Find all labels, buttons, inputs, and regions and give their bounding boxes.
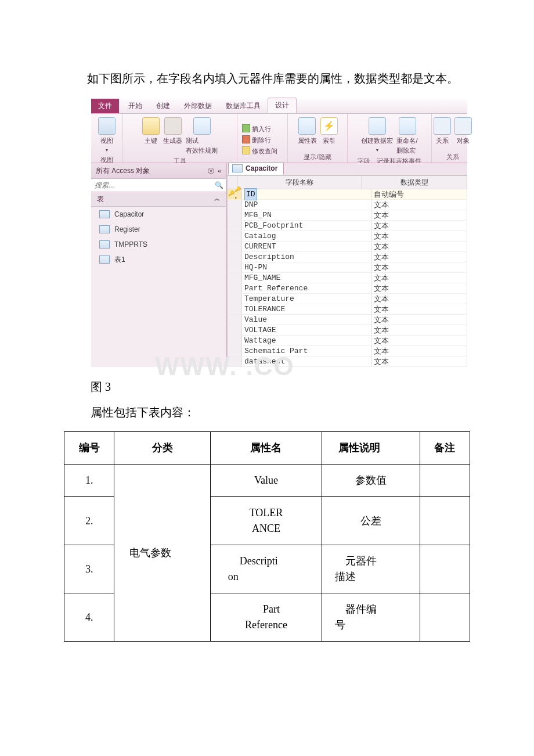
- tab-create[interactable]: 创建: [149, 99, 177, 113]
- table-icon: [99, 225, 110, 233]
- document-tab-capacitor[interactable]: Capacitor: [228, 162, 284, 175]
- delete-rows-button[interactable]: 删除行: [242, 135, 271, 145]
- tab-home[interactable]: 开始: [121, 99, 149, 113]
- tab-file[interactable]: 文件: [91, 99, 119, 113]
- table-icon: [99, 210, 110, 218]
- property-sheet-button[interactable]: 属性表: [298, 117, 317, 146]
- field-row[interactable]: PCB_Footprint文本: [227, 221, 467, 231]
- field-row[interactable]: MFG_NAME文本: [227, 273, 467, 283]
- chevron-up-icon[interactable]: ︽: [214, 194, 220, 204]
- object-dependencies-button[interactable]: 对象: [454, 117, 472, 146]
- table-header-row: 编号 分类 属性名 属性说明 备注: [64, 432, 470, 465]
- view-button[interactable]: 视图▾: [98, 117, 116, 154]
- nav-item-tmpprts[interactable]: TMPPRTS: [91, 237, 226, 252]
- table-icon: [99, 240, 110, 249]
- ribbon-body: 视图▾ 视图 主键 生成器 测试 有效性规则 工具 插入行 删除行 修改查阅 属…: [91, 114, 467, 163]
- modify-lookup-button[interactable]: 修改查阅: [242, 146, 277, 156]
- insert-rows-button[interactable]: 插入行: [242, 124, 271, 134]
- nav-item-table1[interactable]: 表1: [91, 252, 226, 267]
- tab-design[interactable]: 设计: [268, 98, 297, 113]
- field-row[interactable]: Part Reference文本: [227, 283, 467, 294]
- group-relationships-label: 关系: [446, 151, 459, 162]
- field-row[interactable]: CURRENT文本: [227, 242, 467, 252]
- table-icon: [99, 255, 110, 264]
- search-icon[interactable]: 🔍: [215, 180, 223, 190]
- table-icon: [232, 164, 243, 172]
- create-data-macro-button[interactable]: 创建数据宏▾: [361, 117, 393, 154]
- cell-category-electrical: 电气参数: [114, 465, 210, 642]
- nav-collapse-icon[interactable]: ⓥ «: [208, 166, 221, 176]
- field-row[interactable]: Catalog文本: [227, 231, 467, 242]
- navigation-pane: 所有 Access 对象 ⓥ « 🔍 表 ︽ Capacitor Registe…: [91, 163, 226, 367]
- field-row[interactable]: HQ-PN文本: [227, 262, 467, 273]
- th-note: 备注: [420, 432, 470, 465]
- field-row[interactable]: MFG_PN文本: [227, 210, 467, 221]
- indexes-button[interactable]: 索引: [320, 117, 338, 146]
- tab-external-data[interactable]: 外部数据: [177, 99, 219, 113]
- table-designer: Capacitor 字段名称 数据类型 🔑▸ID自动编号DNP文本MFG_PN文…: [226, 163, 467, 367]
- intro-paragraph: 如下图所示，在字段名内填入元器件库需要的属性，数据类型都是文本。: [64, 70, 470, 87]
- field-row[interactable]: Wattage文本: [227, 336, 467, 346]
- access-screenshot: WWW. .CO 文件 开始 创建 外部数据 数据库工具 设计 视图▾ 视图 主…: [91, 99, 468, 368]
- relationships-button[interactable]: 关系: [434, 117, 451, 146]
- field-row[interactable]: VOLTAGE文本: [227, 325, 467, 336]
- field-row[interactable]: Schematic Part文本: [227, 346, 467, 357]
- test-validation-button[interactable]: 测试 有效性规则: [186, 117, 218, 155]
- field-row[interactable]: DNP文本: [227, 200, 467, 210]
- field-row[interactable]: datasheet文本: [227, 357, 467, 367]
- field-row[interactable]: Description文本: [227, 252, 467, 262]
- th-category: 分类: [114, 432, 210, 465]
- field-row[interactable]: Temperature文本: [227, 294, 467, 304]
- nav-item-capacitor[interactable]: Capacitor: [91, 207, 226, 222]
- ribbon-tabstrip: 文件 开始 创建 外部数据 数据库工具 设计: [91, 99, 467, 114]
- prop-table-intro: 属性包括下表内容：: [91, 404, 470, 421]
- field-row[interactable]: TOLERANCE文本: [227, 304, 467, 315]
- rename-delete-macro-button[interactable]: 重命名/ 删除宏: [396, 117, 417, 155]
- column-data-type: 数据类型: [362, 175, 467, 189]
- th-desc: 属性说明: [322, 432, 420, 465]
- search-input[interactable]: [93, 181, 215, 190]
- builder-button[interactable]: 生成器: [163, 117, 182, 146]
- th-no: 编号: [64, 432, 114, 465]
- primary-key-button[interactable]: 主键: [142, 117, 160, 146]
- nav-item-register[interactable]: Register: [91, 222, 226, 237]
- field-row[interactable]: 🔑▸ID自动编号: [227, 189, 467, 200]
- group-showhide-label: 显示/隐藏: [304, 151, 331, 162]
- th-name: 属性名: [210, 432, 322, 465]
- field-row[interactable]: Value文本: [227, 315, 467, 325]
- nav-title: 所有 Access 对象: [96, 165, 150, 176]
- column-field-name: 字段名称: [237, 175, 362, 189]
- property-table: 编号 分类 属性名 属性说明 备注 1. 电气参数 Value 参数值 2. T…: [64, 431, 470, 642]
- table-row: 1. 电气参数 Value 参数值: [64, 465, 470, 497]
- figure-caption: 图 3: [91, 378, 470, 395]
- tab-database-tools[interactable]: 数据库工具: [219, 99, 268, 113]
- nav-section-tables[interactable]: 表: [97, 194, 104, 204]
